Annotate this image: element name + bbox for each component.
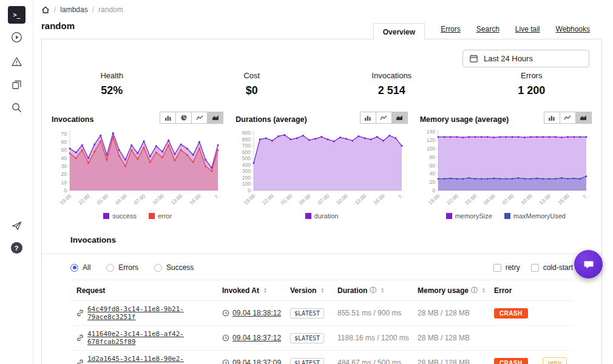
checkbox-cold-start-label: cold-start	[543, 263, 573, 272]
svg-text:10:00: 10:00	[520, 193, 533, 206]
svg-text:22:00: 22:00	[77, 193, 91, 206]
svg-text:01:00: 01:00	[280, 193, 294, 206]
chart-type-area-button[interactable]	[207, 112, 223, 124]
chart-type-area-button[interactable]	[391, 112, 408, 124]
alert-triangle-icon[interactable]	[0, 56, 33, 67]
checkbox-retry-label: retry	[506, 263, 520, 272]
svg-text:10: 10	[61, 180, 67, 186]
svg-text:700: 700	[242, 143, 251, 149]
request-link[interactable]: 411640e2-3c14-11e8-af42-678fcab25f89	[87, 330, 222, 346]
terminal-logo[interactable]: >_	[8, 6, 25, 24]
request-link[interactable]: 64c49fd8-3c14-11e8-9b21-79ace8c3251f	[87, 305, 222, 321]
play-icon[interactable]	[0, 32, 33, 43]
svg-text:50: 50	[61, 147, 67, 153]
metric-label: Cost	[182, 71, 322, 80]
radio-success-label: Success	[166, 263, 194, 272]
breadcrumb-separator: /	[54, 5, 56, 14]
memory-value: 28 MB / 128 MB	[418, 359, 494, 364]
table-row: 411640e2-3c14-11e8-af42-678fcab25f89 09.…	[70, 326, 573, 351]
calendar-icon	[469, 54, 478, 63]
chart-type-line-button[interactable]	[376, 112, 392, 124]
radio-errors-control[interactable]	[106, 264, 114, 272]
legend-swatch-success	[103, 213, 109, 219]
sort-icon[interactable]: ▲▼	[320, 288, 324, 294]
memory-chart: 02040608010012014019:0022:0001:0004:0007…	[420, 126, 592, 212]
date-range-picker[interactable]: Last 24 Hours	[462, 50, 589, 67]
svg-text:19:00: 19:00	[243, 193, 257, 206]
filter-radio-group: All Errors Success	[70, 263, 194, 272]
chart-type-bar-button[interactable]	[160, 112, 176, 124]
chart-type-line-button[interactable]	[191, 112, 208, 124]
svg-text:04:00: 04:00	[483, 193, 496, 206]
overview-panel: Last 24 Hours Health 52% Cost $0 Invocat…	[41, 39, 602, 364]
tab-errors[interactable]: Errors	[441, 25, 461, 39]
tab-overview[interactable]: Overview	[373, 23, 425, 39]
svg-text:04:00: 04:00	[114, 193, 128, 206]
layers-icon[interactable]	[0, 79, 33, 90]
svg-text:40: 40	[429, 170, 435, 177]
col-memory-usage[interactable]: Memory usageⓘ▲▼	[418, 286, 494, 295]
invoked-at-link[interactable]: 09.04 18:37:12	[232, 334, 281, 342]
help-icon[interactable]: ?	[0, 242, 33, 254]
svg-text:800: 800	[242, 136, 251, 143]
memory-chart-block: Memory usage (average) 02040608010012014…	[414, 106, 598, 220]
checkbox-cold-start-control[interactable]	[531, 264, 539, 272]
breadcrumb-random: random	[98, 5, 123, 14]
svg-text:16:00: 16:00	[372, 193, 386, 206]
chart-type-bar-button[interactable]	[360, 112, 376, 124]
radio-success-control[interactable]	[154, 264, 162, 272]
radio-all-control[interactable]	[70, 264, 78, 272]
legend-swatch-error	[149, 213, 155, 219]
chart-type-bar-button[interactable]	[544, 112, 560, 124]
col-duration[interactable]: Durationⓘ▲▼	[337, 286, 418, 295]
request-link[interactable]: 1d2a1645-3c14-11e8-90e2-1190dec9291d	[87, 355, 222, 364]
svg-text:30: 30	[61, 163, 67, 169]
tab-live-tail[interactable]: Live tail	[515, 25, 540, 39]
svg-text:0: 0	[248, 187, 251, 194]
invoked-at-link[interactable]: 09.04 18:38:12	[232, 309, 281, 317]
table-row: 64c49fd8-3c14-11e8-9b21-79ace8c3251f 09.…	[70, 301, 573, 326]
legend-label-error: error	[158, 212, 172, 220]
checkbox-retry-control[interactable]	[493, 264, 501, 272]
chat-widget-button[interactable]	[574, 250, 603, 278]
svg-text:16:00: 16:00	[188, 193, 202, 206]
link-icon	[76, 334, 84, 342]
tab-webhooks[interactable]: Webhooks	[556, 25, 590, 39]
radio-errors[interactable]: Errors	[106, 263, 138, 272]
col-version[interactable]: Version▲▼	[290, 286, 337, 295]
invocations-chart: 01020304050607019:0022:0001:0004:0007:00…	[52, 126, 223, 212]
legend-swatch-maxmemoryused	[504, 213, 510, 219]
svg-text:60: 60	[61, 139, 67, 145]
chart-type-toolbar	[544, 112, 592, 124]
svg-text:0: 0	[64, 187, 67, 194]
link-icon	[76, 309, 84, 317]
metric-errors: Errors 1 200	[462, 71, 602, 97]
sort-icon[interactable]: ▲▼	[263, 288, 267, 294]
clock-icon	[222, 334, 229, 342]
home-icon[interactable]	[41, 5, 50, 14]
sort-icon[interactable]: ▲▼	[381, 288, 384, 294]
durations-chart-block: Durations (average) 01002003004005006007…	[229, 106, 413, 220]
chart-type-area-button[interactable]	[575, 112, 592, 124]
invocations-filters: All Errors Success retry cold-start	[70, 263, 573, 272]
sort-icon[interactable]: ▲▼	[482, 288, 486, 294]
radio-success[interactable]: Success	[154, 263, 194, 272]
deploy-icon[interactable]	[0, 220, 33, 231]
chart-type-pie-button[interactable]	[175, 112, 192, 124]
invoked-at-link[interactable]: 09.04 18:37:09	[232, 359, 281, 364]
search-icon[interactable]	[0, 102, 33, 113]
chart-legend: success error	[52, 212, 223, 220]
tab-search[interactable]: Search	[476, 25, 500, 39]
breadcrumb-lambdas[interactable]: lambdas	[60, 5, 87, 14]
crash-badge: CRASH	[494, 358, 528, 364]
page-title: random	[41, 21, 75, 31]
svg-text:13:00: 13:00	[354, 193, 368, 206]
checkbox-retry[interactable]: retry	[493, 263, 520, 272]
svg-text:300: 300	[242, 168, 251, 174]
col-invoked-at[interactable]: Invoked At▲▼	[222, 286, 290, 295]
chart-type-line-button[interactable]	[560, 112, 576, 124]
radio-all[interactable]: All	[70, 263, 90, 272]
chart-title: Invocations	[52, 115, 93, 124]
checkbox-cold-start[interactable]: cold-start	[531, 263, 573, 272]
svg-text:120: 120	[426, 137, 435, 143]
